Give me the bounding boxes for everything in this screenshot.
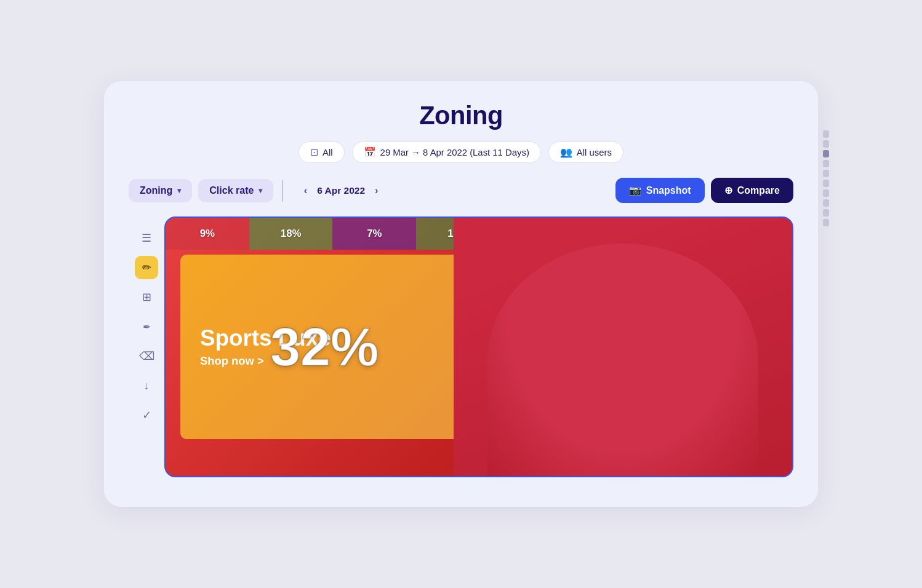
eraser-icon: ⌫ — [139, 350, 154, 363]
zone-1-pct: 9% — [194, 226, 220, 242]
users-icon: 👥 — [560, 146, 572, 158]
promo-pct-value: 32% — [270, 316, 379, 378]
person-silhouette — [454, 218, 792, 476]
promo-percentage-overlay: 32% — [180, 255, 468, 439]
compare-button[interactable]: ⊕ Compare — [711, 178, 793, 203]
toolbar-separator — [282, 180, 283, 202]
scrollbar-bar — [823, 209, 829, 217]
pen-icon: ✒ — [143, 321, 151, 333]
device-label: All — [323, 148, 333, 157]
download-tool-button[interactable]: ↓ — [135, 374, 158, 397]
nav-zone-2: 18% — [249, 218, 333, 250]
users-filter[interactable]: 👥 All users — [548, 141, 623, 163]
chevron-down-icon: ▾ — [259, 186, 262, 195]
segments-icon: ⊞ — [142, 291, 151, 304]
list-icon: ☰ — [142, 232, 151, 245]
banner-background: 9% 18% 7% 19% 6% — [166, 218, 792, 476]
scrollbar-bar — [823, 140, 829, 148]
scrollbar-bar — [823, 150, 829, 157]
date-range-filter[interactable]: 📅 29 Mar → 8 Apr 2022 (Last 11 Days) — [352, 141, 541, 163]
scrollbar-bar — [823, 219, 829, 226]
edit-tool-button[interactable]: ✏ — [135, 256, 158, 279]
pen-tool-button[interactable]: ✒ — [135, 315, 158, 338]
zone-2-pct: 18% — [275, 226, 307, 242]
person-photo — [454, 218, 792, 476]
date-next-button[interactable]: › — [371, 184, 382, 197]
chevron-down-icon: ▾ — [177, 186, 181, 195]
scrollbar-bar — [823, 180, 829, 187]
metric-label: Click rate — [209, 185, 254, 196]
edit-icon: ✏ — [142, 261, 151, 274]
date-navigator: ‹ 6 Apr 2022 › — [292, 179, 391, 202]
calendar-icon: 📅 — [364, 146, 376, 158]
current-date-label: 6 Apr 2022 — [317, 185, 365, 196]
camera-icon: 📷 — [629, 185, 641, 196]
scrollbar-bar — [823, 189, 829, 197]
page-title: Zoning — [129, 101, 793, 130]
date-prev-button[interactable]: ‹ — [300, 184, 311, 197]
nav-zone-1: 9% — [166, 218, 249, 250]
zone-3-pct: 7% — [361, 226, 387, 242]
list-tool-button[interactable]: ☰ — [135, 226, 158, 250]
nav-zone-3: 7% — [332, 218, 416, 250]
download-icon: ↓ — [144, 379, 150, 392]
metric-dropdown[interactable]: Click rate ▾ — [198, 179, 273, 202]
side-toolbar: ☰ ✏ ⊞ ✒ ⌫ ↓ ✓ — [129, 217, 164, 437]
users-label: All users — [577, 148, 612, 157]
toolbar: Zoning ▾ Click rate ▾ ‹ 6 Apr 2022 › 📷 S… — [129, 178, 793, 203]
plus-circle-icon: ⊕ — [724, 185, 732, 196]
check-tool-button[interactable]: ✓ — [135, 403, 158, 427]
scrollbar-bar — [823, 130, 829, 138]
app-card: Zoning ⊡ All 📅 29 Mar → 8 Apr 2022 (Last… — [104, 81, 818, 507]
zoning-label: Zoning — [140, 185, 172, 196]
scrollbar-bar — [823, 160, 829, 167]
main-content: ☰ ✏ ⊞ ✒ ⌫ ↓ ✓ — [129, 217, 793, 477]
eraser-tool-button[interactable]: ⌫ — [135, 344, 158, 368]
scrollbar-bar — [823, 170, 829, 177]
segments-tool-button[interactable]: ⊞ — [135, 285, 158, 309]
filter-bar: ⊡ All 📅 29 Mar → 8 Apr 2022 (Last 11 Day… — [129, 141, 793, 163]
device-filter[interactable]: ⊡ All — [299, 141, 345, 163]
date-range-label: 29 Mar → 8 Apr 2022 (Last 11 Days) — [380, 148, 529, 157]
check-icon: ✓ — [142, 409, 151, 422]
zoning-dropdown[interactable]: Zoning ▾ — [129, 179, 192, 202]
snapshot-button[interactable]: 📷 Snapshot — [615, 178, 705, 203]
device-icon: ⊡ — [310, 146, 318, 158]
scrollbar-decoration — [823, 130, 829, 226]
preview-frame: 9% 18% 7% 19% 6% — [164, 217, 793, 477]
scrollbar-bar — [823, 199, 829, 207]
